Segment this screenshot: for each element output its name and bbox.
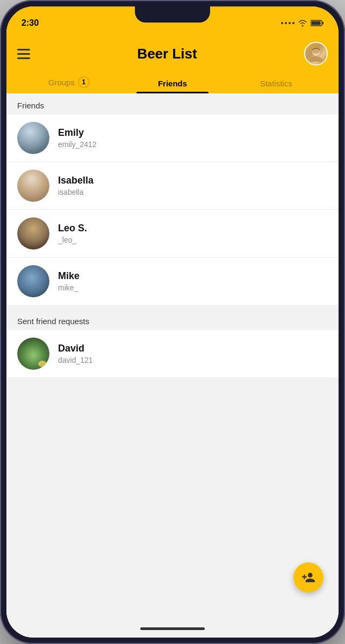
phone-frame: 2:30 — [0, 0, 345, 644]
hamburger-line-3 — [17, 57, 30, 59]
app-header: Beer List Groups — [6, 32, 339, 93]
friend-info-mike: Mike mike_ — [58, 270, 80, 292]
friend-item-emily[interactable]: Emily emily_2412 — [6, 114, 339, 162]
requests-section-header: Sent friend requests — [6, 309, 339, 330]
friend-name-mike: Mike — [58, 270, 80, 282]
add-friend-fab[interactable] — [293, 562, 324, 592]
friends-list: Emily emily_2412 Isabella isabella — [6, 114, 339, 305]
hamburger-line-2 — [17, 53, 30, 55]
svg-point-5 — [310, 56, 322, 62]
content-area: Friends Emily emily_2412 — [6, 93, 339, 622]
friend-name-isabella: Isabella — [58, 175, 94, 186]
status-icons — [281, 19, 324, 27]
signal-dot-2 — [285, 22, 287, 24]
friend-item-david[interactable]: David david_121 — [6, 330, 339, 377]
header-top: Beer List — [17, 38, 328, 72]
friend-info-isabella: Isabella isabella — [58, 175, 94, 196]
tab-statistics-label: Statistics — [260, 79, 292, 88]
status-time: 2:30 — [21, 18, 39, 28]
friend-name-emily: Emily — [58, 127, 97, 138]
signal-dots — [281, 22, 294, 24]
signal-dot-3 — [289, 22, 291, 24]
friends-section-header: Friends — [6, 93, 339, 114]
friend-info-leo: Leo S. _leo_ — [58, 223, 87, 244]
friend-username-isabella: isabella — [58, 188, 94, 196]
friend-item-mike[interactable]: Mike mike_ — [6, 258, 339, 305]
home-indicator — [6, 622, 339, 638]
friend-avatar-isabella — [17, 170, 49, 202]
svg-rect-2 — [312, 21, 321, 25]
hamburger-line-1 — [17, 49, 30, 50]
add-person-icon — [301, 570, 315, 584]
home-bar — [140, 627, 205, 630]
tab-groups[interactable]: Groups 1 — [17, 72, 121, 93]
friend-username-emily: emily_2412 — [58, 140, 97, 149]
signal-dot-4 — [292, 22, 294, 24]
signal-dot-1 — [281, 22, 283, 24]
friend-item-leo[interactable]: Leo S. _leo_ — [6, 210, 339, 258]
friend-info-emily: Emily emily_2412 — [58, 127, 97, 149]
tab-statistics[interactable]: Statistics — [224, 75, 328, 93]
requests-section-title: Sent friend requests — [17, 317, 89, 326]
friends-section-title: Friends — [17, 101, 44, 110]
wifi-icon — [298, 19, 307, 27]
requests-list: David david_121 — [6, 330, 339, 377]
friend-name-leo: Leo S. — [58, 223, 87, 234]
friend-username-david: david_121 — [58, 356, 93, 364]
groups-badge: 1 — [78, 76, 90, 88]
notch — [135, 6, 210, 23]
friend-avatar-emily — [17, 122, 49, 154]
tab-bar: Groups 1 Friends Statistics — [17, 72, 328, 93]
friend-name-david: David — [58, 343, 93, 354]
friend-avatar-david — [17, 338, 49, 370]
hamburger-menu-button[interactable] — [17, 49, 30, 59]
user-avatar[interactable] — [304, 42, 328, 65]
tab-friends[interactable]: Friends — [121, 75, 225, 93]
friend-avatar-mike — [17, 265, 49, 297]
friend-info-david: David david_121 — [58, 343, 93, 364]
friend-item-isabella[interactable]: Isabella isabella — [6, 162, 339, 210]
friend-avatar-leo — [17, 217, 49, 250]
friend-username-leo: _leo_ — [58, 236, 87, 244]
tab-groups-label: Groups — [48, 78, 75, 87]
svg-rect-1 — [322, 22, 324, 25]
tab-friends-label: Friends — [158, 79, 187, 88]
battery-icon — [311, 20, 324, 26]
app-title: Beer List — [137, 46, 197, 62]
friend-username-mike: mike_ — [58, 283, 80, 292]
phone-screen: 2:30 — [6, 6, 339, 638]
